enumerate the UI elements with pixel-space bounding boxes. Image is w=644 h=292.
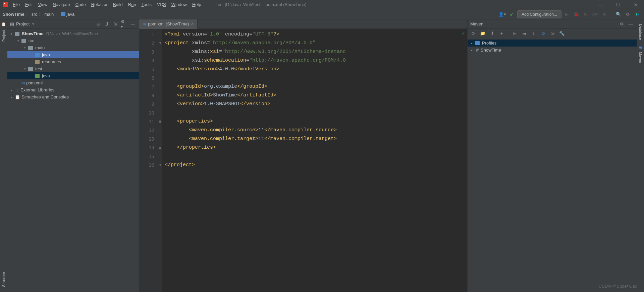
menu-navigate[interactable]: Navigate — [51, 1, 72, 8]
toggle-offline-icon[interactable]: ⫯ — [530, 30, 537, 37]
close-tab-icon[interactable]: ✕ — [191, 22, 194, 26]
minimize-button[interactable]: — — [595, 1, 606, 8]
line-gutter: 12345678910111213141516 — [139, 29, 158, 292]
window-controls: — ❐ ✕ — [595, 1, 641, 8]
back-arrow-icon[interactable]: ↙ — [508, 10, 516, 18]
inspection-status-icon[interactable]: ✓ — [462, 31, 465, 36]
dropdown-icon[interactable]: ▼ — [32, 22, 35, 26]
search-icon[interactable]: 🔍 — [614, 10, 623, 18]
breadcrumb-item[interactable]: ShowTime — [3, 12, 24, 17]
menu-run[interactable]: Run — [126, 1, 138, 8]
tree-folder-src[interactable]: src — [7, 37, 139, 44]
tree-external-libraries[interactable]: ⫼ External Libraries — [7, 86, 139, 93]
maven-project-item[interactable]: ⫼ ShowTime — [468, 47, 637, 54]
toggle-skip-tests-icon[interactable]: ⊘ — [539, 30, 547, 37]
project-tool-icon[interactable]: 📋 — [1, 22, 6, 26]
menu-file[interactable]: File — [11, 1, 22, 8]
execute-goal-icon[interactable]: m — [521, 30, 528, 37]
panel-title[interactable]: Project — [16, 21, 30, 26]
expand-arrow-icon[interactable] — [470, 42, 474, 45]
expand-arrow-icon[interactable] — [9, 32, 13, 35]
menu-build[interactable]: Build — [111, 1, 125, 8]
hide-panel-icon[interactable]: — — [129, 21, 136, 27]
collapse-all-icon[interactable]: ⇲ — [549, 30, 556, 37]
tab-project[interactable]: Project — [1, 28, 6, 44]
tree-folder-test-java[interactable]: java — [7, 72, 139, 79]
maven-tool-icon[interactable]: m — [639, 45, 642, 50]
maven-settings-icon[interactable]: 🔧 — [558, 30, 566, 37]
expand-arrow-icon[interactable] — [23, 67, 27, 71]
editor-tab-pom[interactable]: m pom.xml (ShowTime) ✕ — [139, 19, 198, 29]
hide-panel-icon[interactable]: — — [627, 21, 634, 27]
module-folder-icon — [15, 32, 19, 36]
expand-arrow-icon[interactable] — [9, 95, 13, 99]
project-tree[interactable]: ShowTime D:\Java_Web\test\ShowTime src m… — [7, 29, 139, 292]
tree-file-pom[interactable]: m pom.xml — [7, 79, 139, 86]
maven-file-icon: m — [143, 21, 146, 27]
code-content[interactable]: <?xml version="1.0" encoding="UTF-8"?> <… — [162, 29, 467, 292]
breadcrumb-item[interactable]: java — [61, 12, 74, 17]
close-button[interactable]: ✕ — [631, 1, 641, 8]
fold-gutter[interactable]: ⊟⊟⊡⊡ — [158, 29, 162, 292]
tree-folder-java-selected[interactable]: java — [7, 51, 139, 58]
tree-folder-test[interactable]: test — [7, 65, 139, 72]
tab-maven[interactable]: Maven — [639, 50, 643, 65]
menu-tools[interactable]: Tools — [140, 1, 154, 8]
expand-arrow-icon[interactable] — [23, 46, 27, 50]
project-panel: ▤ Project ▼ ⊕ ⇵ ⇲ ⚙ ▾ — ShowTime D:\Java… — [7, 19, 139, 292]
menu-view[interactable]: View — [36, 1, 49, 8]
tab-structure[interactable]: Structure — [1, 270, 6, 289]
menu-code[interactable]: Code — [73, 1, 88, 8]
refresh-icon[interactable]: ⟳ — [470, 30, 477, 37]
right-gutter: Database m Maven — [637, 19, 644, 292]
tree-scratches[interactable]: 📋 Scratches and Consoles — [7, 93, 139, 100]
maven-panel: Maven ⚙ — ⟳ 📁 ⬇ ＋ ▶ m ⫯ ⊘ ⇲ 🔧 Profiles — [467, 19, 637, 292]
maven-tree[interactable]: Profiles ⫼ ShowTime — [468, 38, 637, 292]
maven-toolbar: ⟳ 📁 ⬇ ＋ ▶ m ⫯ ⊘ ⇲ 🔧 — [468, 29, 637, 38]
stop-icon[interactable]: ■ — [600, 10, 608, 18]
sources-folder-icon — [35, 53, 40, 57]
maven-project-icon: ⫼ — [475, 48, 479, 53]
maven-panel-header: Maven ⚙ — — [468, 19, 637, 29]
collapse-all-icon[interactable]: ⇲ — [112, 21, 119, 27]
editor-tabs: m pom.xml (ShowTime) ✕ — [139, 19, 467, 29]
add-maven-project-icon[interactable]: ＋ — [498, 30, 505, 37]
debug-icon[interactable]: 🐞 — [572, 10, 580, 18]
panel-settings-icon[interactable]: ⚙ — [619, 21, 625, 27]
run-maven-icon[interactable]: ▶ — [511, 30, 519, 37]
users-icon[interactable]: 👤▾ — [498, 10, 506, 18]
profiler-icon[interactable]: ◔▾ — [591, 10, 599, 18]
breadcrumb-item[interactable]: main — [44, 12, 54, 17]
tree-folder-main[interactable]: main — [7, 44, 139, 51]
panel-title: Maven — [470, 21, 483, 26]
coverage-icon[interactable]: ⛨ — [582, 10, 590, 18]
editor-body[interactable]: 12345678910111213141516 ⊟⊟⊡⊡ <?xml versi… — [139, 29, 467, 292]
menu-vcs[interactable]: VCS — [155, 1, 168, 8]
menu-window[interactable]: Window — [169, 1, 189, 8]
expand-arrow-icon[interactable] — [9, 88, 13, 92]
menu-refactor[interactable]: Refactor — [89, 1, 110, 8]
maximize-button[interactable]: ❐ — [613, 1, 624, 8]
maven-profiles[interactable]: Profiles — [468, 40, 637, 47]
menu-edit[interactable]: Edit — [23, 1, 35, 8]
expand-arrow-icon[interactable] — [16, 39, 20, 43]
panel-settings-icon[interactable]: ⚙ ▾ — [121, 21, 127, 27]
settings-icon[interactable]: ⚙ — [624, 10, 632, 18]
folder-icon — [21, 39, 26, 43]
watermark: CSDN @Super'Gao — [599, 284, 637, 289]
download-sources-icon[interactable]: ⬇ — [488, 30, 496, 37]
run-icon[interactable]: ▶ — [563, 10, 571, 18]
tree-folder-resources[interactable]: resources — [7, 58, 139, 65]
tab-database[interactable]: Database — [639, 22, 643, 42]
expand-arrow-icon[interactable] — [470, 49, 474, 52]
target-icon[interactable]: ⊕ — [95, 21, 101, 27]
profiles-folder-icon — [475, 41, 480, 45]
project-view-icon: ▤ — [10, 21, 14, 26]
menu-help[interactable]: Help — [190, 1, 203, 8]
expand-all-icon[interactable]: ⇵ — [103, 21, 110, 27]
code-with-me-icon[interactable] — [633, 10, 641, 18]
tree-root[interactable]: ShowTime D:\Java_Web\test\ShowTime — [7, 30, 139, 37]
add-configuration-button[interactable]: Add Configuration... — [517, 10, 561, 18]
generate-sources-icon[interactable]: 📁 — [479, 30, 486, 37]
breadcrumb-item[interactable]: src — [32, 12, 37, 17]
